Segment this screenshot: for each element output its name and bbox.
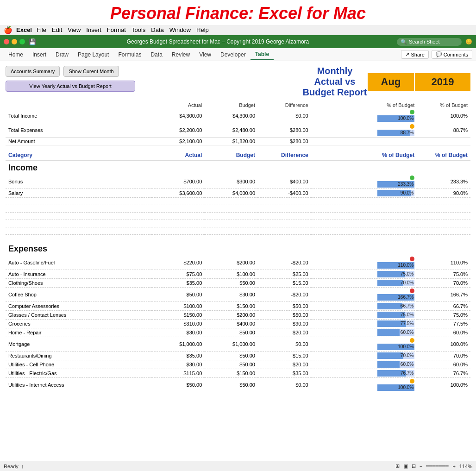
empty-row xyxy=(6,227,470,235)
bar-fill xyxy=(377,303,402,309)
format-menu[interactable]: Format xyxy=(107,26,126,33)
zoom-out-icon[interactable]: − xyxy=(420,464,422,469)
red-indicator xyxy=(410,257,414,261)
maximize-button[interactable] xyxy=(19,39,25,44)
tab-data[interactable]: Data xyxy=(146,50,167,60)
data-menu[interactable]: Data xyxy=(151,26,163,33)
tab-review[interactable]: Review xyxy=(167,50,194,60)
income-label: Income xyxy=(6,161,470,175)
row-diff: $50.00 xyxy=(258,302,311,311)
row-pct2: 100.0% xyxy=(417,337,470,352)
zoom-level: 114% xyxy=(459,464,472,469)
row-budget: $150.00 xyxy=(205,302,258,311)
row-pct1 xyxy=(311,138,417,145)
row-pct2: 233.3% xyxy=(417,175,470,189)
edit-menu[interactable]: Edit xyxy=(52,26,62,33)
row-budget: $400.00 xyxy=(205,320,258,328)
bar-container: 77.5% xyxy=(377,320,414,327)
view-menu[interactable]: View xyxy=(68,26,81,33)
view-yearly-button[interactable]: View Yearly Actual vs Budget Report xyxy=(6,81,135,92)
zoom-slider[interactable]: ━━━━━━━ xyxy=(426,463,449,469)
row-label: Utilities - Internet Access xyxy=(6,378,152,392)
accounts-summary-button[interactable]: Accounts Summary xyxy=(6,66,60,77)
pct-bar-cell: 166.7% xyxy=(314,294,414,301)
tab-page-layout[interactable]: Page Layout xyxy=(73,50,113,60)
row-diff: $280.00 xyxy=(258,123,311,138)
row-budget: $1,000.00 xyxy=(205,337,258,352)
bar-text: 100.0% xyxy=(398,384,413,391)
bar-container: 100.0% xyxy=(377,115,414,122)
excel-menu[interactable]: Excel xyxy=(16,26,32,33)
bar-fill xyxy=(377,352,403,359)
cat-col-pct2: % of Budget xyxy=(417,149,470,161)
bar-container: 66.7% xyxy=(377,303,414,309)
close-button[interactable] xyxy=(4,39,9,44)
show-current-month-button[interactable]: Show Curent Month xyxy=(63,66,119,77)
view-layout-icon[interactable]: ⊟ xyxy=(412,463,416,469)
tab-draw[interactable]: Draw xyxy=(51,50,73,60)
zoom-in-icon[interactable]: + xyxy=(452,464,455,469)
yellow-indicator xyxy=(410,379,414,383)
comments-button[interactable]: 💬 Comments xyxy=(432,50,472,59)
row-label: Utilities - Cell Phone xyxy=(6,360,152,369)
file-menu[interactable]: File xyxy=(37,26,46,33)
row-budget: $50.00 xyxy=(205,378,258,392)
row-actual: $3,600.00 xyxy=(152,189,205,198)
pct-bar-cell: 100.0% xyxy=(314,344,414,350)
row-actual: $115.00 xyxy=(152,369,205,378)
search-icon: 🔍 xyxy=(401,39,407,45)
row-diff: $280.00 xyxy=(258,138,311,145)
expenses-label: Expenses xyxy=(6,242,470,256)
empty-row xyxy=(6,235,470,242)
help-menu[interactable]: Help xyxy=(196,26,209,33)
col-diff: Difference xyxy=(258,101,311,109)
row-pct2 xyxy=(417,138,470,145)
month-badge: Aug xyxy=(368,73,414,91)
bar-text: 77.5% xyxy=(401,320,413,327)
bar-container: 233.3% xyxy=(377,181,414,188)
bar-text: 110.0% xyxy=(398,262,413,269)
insert-menu[interactable]: Insert xyxy=(86,26,101,33)
window-menu[interactable]: Window xyxy=(169,26,191,33)
view-page-icon[interactable]: ▣ xyxy=(403,463,408,469)
pct-bar-cell: 100.0% xyxy=(314,115,414,122)
status-right: ⊞ ▣ ⊟ − ━━━━━━━ + 114% xyxy=(395,463,472,469)
green-indicator xyxy=(410,176,414,180)
row-pct1: 100.0% xyxy=(311,337,417,352)
row-pct1: 66.7% xyxy=(311,302,417,311)
share-button[interactable]: ↗ Share xyxy=(401,50,428,59)
expense-row: Groceries $310.00 $400.00 $90.00 77.5% 7… xyxy=(6,320,470,328)
tab-home[interactable]: Home xyxy=(4,50,28,60)
empty-row xyxy=(6,198,470,205)
category-header-row: Category Actual Budget Difference % of B… xyxy=(6,149,470,161)
expense-row: Auto - Gasoline/Fuel $220.00 $200.00 -$2… xyxy=(6,256,470,270)
tools-menu[interactable]: Tools xyxy=(132,26,145,33)
tab-insert[interactable]: Insert xyxy=(28,50,51,60)
profile-icon[interactable]: 😊 xyxy=(465,38,472,45)
row-budget: $2,480.00 xyxy=(205,123,258,138)
row-actual: $50.00 xyxy=(152,288,205,302)
col-budget: Budget xyxy=(205,101,258,109)
tab-table[interactable]: Table xyxy=(251,49,274,60)
row-pct1: 75.0% xyxy=(311,311,417,320)
row-label: Auto - Gasoline/Fuel xyxy=(6,256,152,270)
pct-bar-cell: 60.0% xyxy=(314,329,414,336)
view-normal-icon[interactable]: ⊞ xyxy=(395,463,400,469)
row-label: Salary xyxy=(6,189,152,198)
cat-col-actual: Actual xyxy=(152,149,205,161)
search-box[interactable]: 🔍 Search Sheet xyxy=(397,38,462,46)
document-title: Georges Budget Spreadsheet for Mac – Cop… xyxy=(39,38,397,45)
title-bar: 💾 Georges Budget Spreadsheet for Mac – C… xyxy=(0,35,476,48)
expense-row: Auto - Insurance $75.00 $100.00 $25.00 7… xyxy=(6,270,470,279)
row-label: Total Expenses xyxy=(6,123,152,138)
row-pct2: 90.0% xyxy=(417,189,470,198)
tab-formulas[interactable]: Formulas xyxy=(113,50,146,60)
row-pct1: 100.0% xyxy=(311,378,417,392)
tab-developer[interactable]: Developer xyxy=(216,50,251,60)
tab-view[interactable]: View xyxy=(194,50,216,60)
row-pct2: 110.0% xyxy=(417,256,470,270)
row-budget: $30.00 xyxy=(205,288,258,302)
apple-menu[interactable]: 🍎 xyxy=(4,26,13,34)
row-actual: $310.00 xyxy=(152,320,205,328)
minimize-button[interactable] xyxy=(12,39,17,44)
